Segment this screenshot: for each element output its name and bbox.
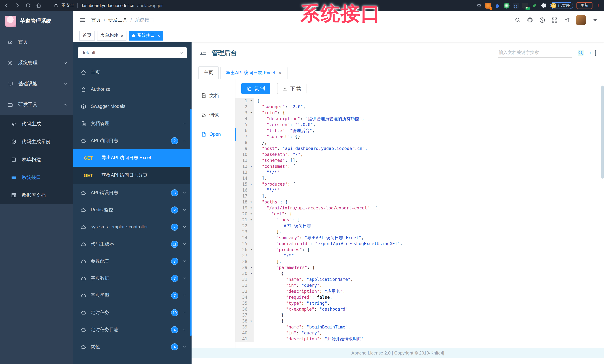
- sidebar-item-系统管理[interactable]: 系统管理: [0, 52, 73, 73]
- chevup-icon: [183, 139, 186, 142]
- logo-row[interactable]: 芋道管理系统: [0, 11, 73, 32]
- sidebar-subitem-系统接口[interactable]: 系统接口: [0, 168, 73, 186]
- doc-search-input[interactable]: 输入文档关键字搜索: [498, 48, 572, 58]
- api-group-定时任务日志[interactable]: 定时任务日志4: [73, 321, 191, 338]
- api-group-Authorize[interactable]: Authorize: [73, 81, 191, 98]
- file-icon: [201, 132, 206, 137]
- help-icon[interactable]: [539, 17, 545, 23]
- back-icon[interactable]: [4, 3, 9, 8]
- copy-button[interactable]: 复 制: [241, 83, 271, 94]
- sidebar-subitem-数据库文档[interactable]: 数据库文档: [0, 186, 73, 204]
- doc-tab-导出API 访问日志 Excel[interactable]: 导出API 访问日志 Excel✕: [220, 67, 287, 79]
- sidebar-subitem-代码生成示例[interactable]: 代码生成示例: [0, 133, 73, 151]
- forward-icon[interactable]: [14, 3, 20, 8]
- api-group-Redis 监控[interactable]: Redis 监控2: [73, 201, 191, 218]
- code-line: 20▾"get": {: [235, 211, 604, 217]
- font-size-icon[interactable]: [564, 17, 570, 23]
- doc-tab-主页[interactable]: 主页: [198, 66, 219, 79]
- api-count-badge: 7: [171, 275, 178, 282]
- api-group-岗位[interactable]: 岗位4: [73, 338, 191, 355]
- api-group-字典数据[interactable]: 字典数据7: [73, 270, 191, 287]
- extension-orange-icon[interactable]: 1: [485, 2, 491, 8]
- sidebar-item-基础设施[interactable]: 基础设施: [0, 73, 73, 94]
- extension-drop-icon[interactable]: [494, 2, 500, 8]
- bookmark-star-icon[interactable]: [476, 3, 481, 8]
- tag-系统接口[interactable]: 系统接口×: [129, 31, 163, 40]
- fold-toggle-icon[interactable]: ▾: [249, 181, 254, 187]
- fold-toggle-icon[interactable]: ▾: [249, 110, 254, 116]
- download-button[interactable]: 下 载: [277, 83, 306, 94]
- update-button[interactable]: 更新: [577, 2, 592, 9]
- api-group-主页[interactable]: 主页: [73, 64, 191, 81]
- line-number: 35: [235, 300, 249, 306]
- api-group-label: 定时任务日志: [91, 326, 167, 333]
- reload-icon[interactable]: [25, 3, 31, 8]
- user-avatar[interactable]: [576, 15, 586, 25]
- tag-close-icon[interactable]: ×: [158, 33, 160, 38]
- side-tab-label: 调试: [209, 112, 219, 118]
- api-group-字典类型[interactable]: 字典类型7: [73, 287, 191, 304]
- fold-toggle-icon[interactable]: ▾: [249, 163, 254, 169]
- avatar-caret-icon[interactable]: [592, 17, 598, 23]
- fold-toggle-icon[interactable]: ▾: [249, 211, 254, 217]
- address-bar[interactable]: 不安全 dashboard.yudao.iocoder.cn/tool/swag…: [47, 0, 471, 11]
- sidebar-subitem-表单构建[interactable]: 表单构建: [0, 151, 73, 168]
- api-group-文档管理[interactable]: 文档管理: [73, 115, 191, 132]
- api-group-定时任务[interactable]: 定时任务10: [73, 304, 191, 321]
- code-text: "name": "beginBeginTime",: [254, 324, 350, 330]
- browser-menu-icon[interactable]: ⋮: [596, 3, 600, 8]
- extensions-puzzle-icon[interactable]: [541, 2, 547, 8]
- fold-toggle-icon[interactable]: ▾: [249, 205, 254, 211]
- fold-toggle-icon[interactable]: ▾: [249, 247, 254, 252]
- side-tab-Open[interactable]: Open: [191, 125, 235, 144]
- search-icon[interactable]: [515, 17, 521, 23]
- api-group-参数配置[interactable]: 参数配置7: [73, 252, 191, 270]
- sidebar-item-首页[interactable]: 首页: [0, 32, 73, 52]
- doc-search-icon[interactable]: [578, 50, 584, 56]
- paused-pill[interactable]: 已暂停: [550, 2, 573, 9]
- line-number: 34: [235, 294, 249, 300]
- code-text: ],: [254, 193, 267, 199]
- breadcrumb-item[interactable]: 研发工具: [108, 17, 127, 24]
- group-select[interactable]: default: [78, 47, 187, 58]
- api-endpoint[interactable]: GET获得API 访问日志分页: [73, 167, 191, 184]
- code-line: 17],: [235, 193, 604, 199]
- tag-首页[interactable]: 首页: [79, 31, 95, 40]
- api-group-代码生成器[interactable]: 代码生成器11: [73, 236, 191, 252]
- api-group-sys-sms-template-controller[interactable]: sys-sms-template-controller7: [73, 218, 191, 236]
- tag-close-icon[interactable]: ×: [121, 33, 123, 38]
- side-tab-调试[interactable]: 调试: [191, 105, 235, 125]
- breadcrumb-item[interactable]: 系统接口: [135, 17, 154, 24]
- fold-toggle-icon[interactable]: ▾: [249, 318, 254, 324]
- api-group-API 错误日志[interactable]: API 错误日志3: [73, 184, 191, 201]
- code-text: "swagger": "2.0",: [254, 104, 305, 110]
- github-icon[interactable]: [527, 17, 533, 23]
- api-group-Swagger Models[interactable]: Swagger Models: [73, 98, 191, 115]
- extension-green-circle-icon[interactable]: [503, 2, 509, 8]
- extension-grid-icon[interactable]: [513, 2, 519, 8]
- extension-leaf-icon[interactable]: [531, 2, 537, 8]
- fullscreen-icon[interactable]: [552, 17, 557, 23]
- side-tab-文档[interactable]: 文档: [191, 86, 235, 105]
- fold-toggle-icon[interactable]: ▾: [249, 98, 254, 104]
- collapse-panel-icon[interactable]: [200, 50, 206, 56]
- json-editor[interactable]: 1▾{2"swagger": "2.0",3▾"info": {4"descri…: [235, 98, 604, 348]
- extension-translate-icon[interactable]: En: [522, 2, 528, 8]
- sidebar-item-研发工具[interactable]: 研发工具: [0, 94, 73, 115]
- breadcrumb-item[interactable]: 首页: [91, 17, 101, 24]
- chevdown-icon: [183, 276, 186, 280]
- hamburger-icon[interactable]: [79, 17, 85, 23]
- doc-tab-close-icon[interactable]: ✕: [278, 70, 282, 75]
- fold-toggle-icon[interactable]: ▾: [249, 217, 254, 223]
- api-endpoint[interactable]: GET导出API 访问日志 Excel: [73, 149, 191, 167]
- language-icon[interactable]: 中: [589, 50, 596, 56]
- fold-toggle-icon[interactable]: ▾: [249, 264, 254, 270]
- tag-表单构建[interactable]: 表单构建×: [97, 31, 127, 40]
- fold-toggle-icon[interactable]: ▾: [249, 199, 254, 205]
- fold-toggle-icon[interactable]: ▾: [249, 270, 254, 276]
- api-group-API 访问日志[interactable]: API 访问日志2: [73, 132, 191, 149]
- page-scrollbar[interactable]: [601, 86, 604, 178]
- sidebar-subitem-代码生成[interactable]: 代码生成: [0, 115, 73, 133]
- panel-scrollbar[interactable]: [190, 109, 191, 336]
- home-icon[interactable]: [36, 3, 42, 8]
